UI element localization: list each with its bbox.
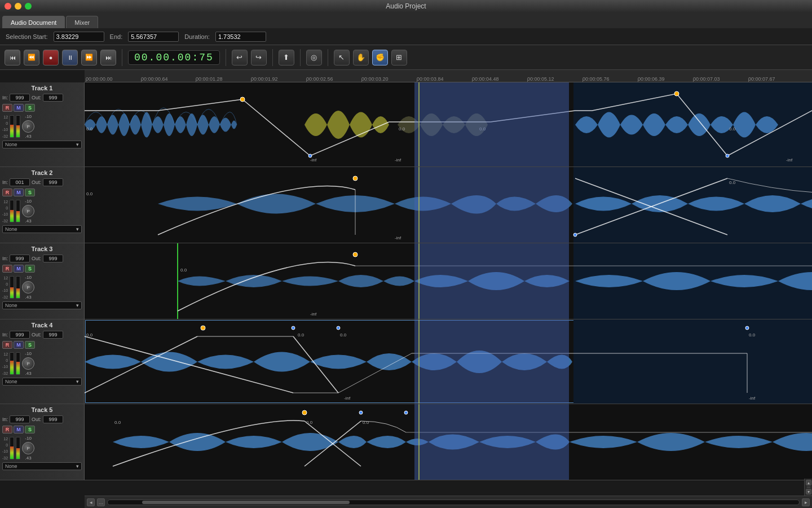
track-2-io: In: Out: — [2, 178, 82, 186]
track-3-content[interactable]: 0.0 -inf — [85, 243, 812, 319]
grab-tool-button[interactable]: ✊ — [372, 50, 388, 65]
svg-text:0.0: 0.0 — [363, 420, 369, 425]
svg-text:0.0: 0.0 — [86, 126, 93, 132]
track-2-content[interactable]: 0.0 0.0 -inf -inf — [85, 167, 812, 243]
track-2-plugin[interactable]: None ▾ — [2, 225, 82, 233]
ruler-tick-4: 00:00:02.56 — [306, 76, 333, 82]
track-3-record-button[interactable]: R — [2, 265, 12, 273]
track-3-selection — [414, 243, 569, 319]
track-4-out[interactable] — [43, 331, 63, 339]
scroll-down-button[interactable]: ▾ — [806, 489, 811, 494]
track-1-out[interactable] — [43, 94, 63, 102]
scroll-dots-left[interactable]: … — [97, 498, 105, 506]
track-2-fader-area: 120-10-32 -10 P .43 — [2, 199, 82, 224]
track-4-in[interactable] — [10, 331, 30, 339]
track-2-solo-button[interactable]: S — [25, 189, 35, 196]
scroll-track[interactable] — [107, 500, 800, 505]
track-2-in[interactable] — [10, 178, 30, 186]
scroll-right-button[interactable]: ▸ — [802, 498, 810, 506]
track-5-io: In: Out: — [2, 415, 82, 423]
svg-point-26 — [201, 326, 205, 330]
svg-text:0.0: 0.0 — [86, 332, 93, 338]
vertical-scroll-track[interactable] — [806, 487, 811, 488]
track-4-mute-button[interactable]: M — [14, 341, 24, 349]
redo-button[interactable]: ↪ — [251, 50, 267, 65]
minimize-button[interactable] — [15, 3, 21, 10]
track-1-content[interactable]: 0.0 0.0 0.0 0.0 -inf -inf -inf — [85, 82, 812, 167]
track-4-io: In: Out: — [2, 331, 82, 339]
track-5-content[interactable]: 0.0 0.0 0.0 — [85, 404, 812, 480]
track-4-solo-button[interactable]: S — [25, 341, 35, 349]
scroll-thumb[interactable] — [142, 501, 350, 504]
tab-mixer[interactable]: Mixer — [66, 16, 98, 28]
track-3-out[interactable] — [43, 255, 63, 262]
loop-button[interactable]: ◎ — [306, 50, 322, 65]
svg-text:-inf: -inf — [786, 157, 793, 163]
track-4-fader-area: 120-10-32 -10 P .43 — [2, 351, 82, 376]
track-5-fader-labels: 120-10-32 — [2, 436, 8, 461]
track-header-5: Track 5 In: Out: R M S 120-10-32 — [0, 404, 85, 480]
svg-text:0.0: 0.0 — [399, 126, 405, 132]
export-button[interactable]: ⬆ — [279, 50, 294, 65]
track-5-plugin[interactable]: None ▾ — [2, 462, 82, 470]
select-tool-button[interactable]: ↖ — [334, 50, 350, 65]
track-4-content[interactable]: 0.0 0.0 0.0 0.0 -inf -inf — [85, 319, 812, 404]
track-3-plugin[interactable]: None ▾ — [2, 301, 82, 309]
track-2-mute-button[interactable]: M — [14, 189, 24, 196]
track-2-db-label: -10 — [25, 199, 32, 204]
track-4-plugin[interactable]: None ▾ — [2, 378, 82, 386]
track-3-buttons: R M S — [2, 265, 82, 273]
fast-forward-end-button[interactable]: ⏭ — [100, 50, 116, 65]
track-2-record-button[interactable]: R — [2, 189, 12, 196]
hand-tool-button[interactable]: ✋ — [353, 50, 369, 65]
track-1-vu-left — [10, 115, 14, 138]
track-1-pan-knob[interactable]: P — [22, 120, 34, 133]
track-5-in[interactable] — [10, 415, 30, 423]
svg-text:0.0: 0.0 — [729, 126, 736, 132]
track-3-mute-button[interactable]: M — [14, 265, 24, 273]
zoom-tool-button[interactable]: ⊞ — [391, 50, 407, 65]
track-1-solo-button[interactable]: S — [25, 104, 35, 112]
track-1-in[interactable] — [10, 94, 30, 102]
track-3-pan-knob[interactable]: P — [22, 281, 34, 294]
rewind-button[interactable]: ⏪ — [24, 50, 39, 65]
track-5-selection — [414, 404, 569, 480]
track-5-out[interactable] — [43, 415, 63, 423]
rewind-to-start-button[interactable]: ⏮ — [5, 50, 20, 65]
track-3-in[interactable] — [10, 255, 30, 262]
pause-button[interactable]: ⏸ — [62, 50, 78, 65]
svg-text:0.0: 0.0 — [86, 191, 93, 196]
track-4-record-button[interactable]: R — [2, 341, 12, 349]
record-button[interactable]: ● — [43, 50, 59, 65]
vertical-scrollbar: ▴ ▾ — [804, 479, 812, 496]
scroll-left-button[interactable]: ◂ — [87, 498, 95, 506]
svg-point-27 — [292, 326, 295, 330]
track-5-solo-button[interactable]: S — [25, 426, 35, 433]
selection-start-input[interactable] — [54, 32, 104, 42]
selection-duration-input[interactable] — [215, 32, 266, 42]
track-4-fader-labels: 120-10-32 — [2, 351, 8, 376]
tab-audio-document[interactable]: Audio Document — [2, 16, 65, 28]
track-2-out[interactable] — [43, 178, 63, 186]
fast-forward-button[interactable]: ⏩ — [81, 50, 97, 65]
track-3-solo-button[interactable]: S — [25, 265, 35, 273]
maximize-button[interactable] — [25, 3, 32, 10]
titlebar: Audio Project — [0, 0, 812, 12]
track-1-plugin[interactable]: None ▾ — [2, 141, 82, 148]
ruler-tick-1: 00:00:00.64 — [141, 76, 168, 82]
scroll-up-button[interactable]: ▴ — [806, 480, 811, 485]
track-1-record-button[interactable]: R — [2, 104, 12, 112]
svg-point-42 — [404, 411, 408, 414]
track-4-db-label: -10 — [25, 351, 32, 356]
track-4-pan-knob[interactable]: P — [22, 357, 34, 370]
track-1-mute-button[interactable]: M — [14, 104, 24, 112]
svg-text:-inf: -inf — [749, 396, 756, 401]
track-5-mute-button[interactable]: M — [14, 426, 24, 433]
undo-button[interactable]: ↩ — [232, 50, 248, 65]
track-2-pan-knob[interactable]: P — [22, 205, 34, 217]
close-button[interactable] — [5, 3, 11, 10]
track-5-pan-knob[interactable]: P — [22, 442, 34, 454]
svg-text:0.0: 0.0 — [306, 420, 313, 425]
track-5-record-button[interactable]: R — [2, 426, 12, 433]
selection-end-input[interactable] — [128, 32, 179, 42]
